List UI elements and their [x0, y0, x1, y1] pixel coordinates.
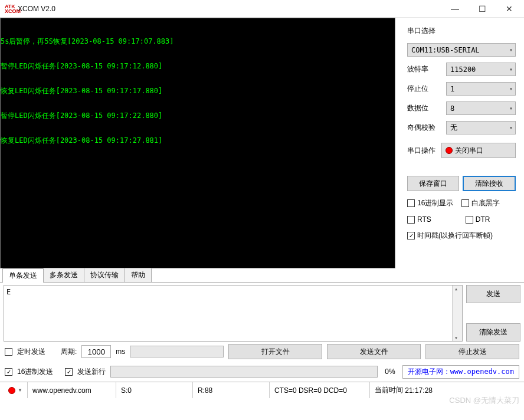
receive-terminal[interactable]: 5s后暂停，再5S恢复[2023-08-15 09:17:07.883] 暂停L…: [0, 18, 395, 268]
status-received: R:88: [193, 382, 270, 398]
stopbits-combobox[interactable]: 1▾: [446, 82, 516, 96]
link-box[interactable]: 开源电子网：www.openedv.com: [402, 365, 519, 379]
status-time: 当前时间 21:17:28: [370, 382, 520, 398]
chevron-down-icon: ▾: [509, 105, 513, 111]
minimize-button[interactable]: —: [441, 0, 469, 18]
hex-send-checkbox[interactable]: [5, 368, 12, 376]
timestamp-checkbox[interactable]: [407, 232, 415, 239]
timed-send-checkbox[interactable]: [5, 348, 12, 356]
percent-label: 0%: [385, 368, 395, 376]
titlebar: ATKXCOM XCOM V2.0 — ☐ ✕: [0, 0, 524, 18]
send-button[interactable]: 发送: [466, 285, 520, 303]
parity-label: 奇偶校验: [407, 123, 440, 133]
databits-combobox[interactable]: 8▾: [446, 101, 516, 115]
close-button[interactable]: ✕: [496, 0, 523, 18]
send-newline-checkbox[interactable]: [65, 368, 73, 376]
maximize-button[interactable]: ☐: [469, 0, 496, 18]
stopbits-label: 停止位: [407, 84, 440, 94]
status-url[interactable]: www.openedv.com: [28, 382, 116, 398]
record-icon[interactable]: [8, 387, 15, 394]
port-op-label: 串口操作: [407, 146, 435, 156]
period-input[interactable]: [81, 345, 111, 358]
baud-combobox[interactable]: 115200▾: [446, 63, 516, 76]
window-title: XCOM V2.0: [18, 5, 441, 13]
stop-send-button[interactable]: 停止发送: [425, 344, 519, 359]
chevron-down-icon: ▾: [509, 66, 513, 73]
rts-checkbox[interactable]: [407, 216, 415, 224]
close-port-button[interactable]: 关闭串口: [441, 143, 516, 158]
status-sent: S:0: [116, 382, 193, 398]
clear-send-button[interactable]: 清除发送: [466, 323, 520, 342]
send-textarea[interactable]: E: [4, 285, 463, 342]
progress-bar-2: [110, 366, 378, 378]
status-signals: CTS=0 DSR=0 DCD=0: [270, 382, 370, 398]
parity-combobox[interactable]: 无▾: [446, 121, 516, 134]
databits-label: 数据位: [407, 103, 440, 113]
progress-bar: [130, 346, 224, 357]
port-combobox[interactable]: COM11:USB-SERIAL▾: [407, 43, 516, 57]
hex-display-checkbox[interactable]: [407, 199, 415, 207]
statusbar: ▼ www.openedv.com S:0 R:88 CTS=0 DSR=0 D…: [0, 382, 524, 398]
tab-protocol[interactable]: 协议传输: [84, 268, 125, 282]
chevron-down-icon: ▾: [509, 124, 513, 131]
tab-single-send[interactable]: 单条发送: [2, 268, 44, 283]
open-file-button[interactable]: 打开文件: [228, 344, 322, 359]
send-file-button[interactable]: 发送文件: [327, 344, 421, 359]
chevron-down-icon: ▾: [509, 86, 513, 92]
white-bg-checkbox[interactable]: [461, 199, 469, 207]
send-tabs: 单条发送 多条发送 协议传输 帮助: [0, 268, 524, 283]
baud-label: 波特率: [407, 64, 440, 74]
chevron-down-icon: ▾: [509, 47, 513, 53]
tab-multi-send[interactable]: 多条发送: [43, 268, 84, 282]
dropdown-icon[interactable]: ▼: [18, 388, 22, 393]
scrollbar[interactable]: [452, 286, 462, 341]
dtr-checkbox[interactable]: [466, 216, 473, 224]
app-logo-icon: ATKXCOM: [5, 4, 14, 14]
led-red-icon: [446, 147, 453, 154]
port-select-label: 串口选择: [407, 26, 516, 36]
save-window-button[interactable]: 保存窗口: [407, 176, 459, 191]
tab-help[interactable]: 帮助: [125, 268, 152, 282]
clear-receive-button[interactable]: 清除接收: [463, 176, 516, 191]
